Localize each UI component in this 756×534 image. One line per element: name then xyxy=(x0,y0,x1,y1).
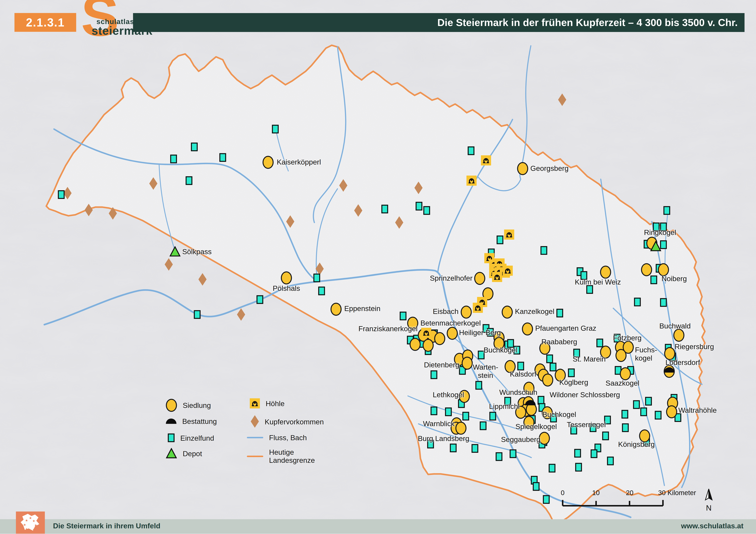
hoehle-marker xyxy=(421,328,431,338)
einzelfund-marker xyxy=(633,400,640,409)
site-label: Burg Landsberg xyxy=(418,435,469,443)
einzelfund-marker xyxy=(575,463,582,471)
einzelfund-marker xyxy=(510,449,516,458)
title-bar: Die Steiermark in der frühen Kupferzeit … xyxy=(133,13,744,32)
site-label: Spiegelkogel xyxy=(516,423,557,431)
siedlung-marker xyxy=(666,405,677,419)
scale-end-label: 30 Kilometer xyxy=(658,489,696,496)
einzelfund-marker xyxy=(655,411,662,420)
site-label: Eppenstein xyxy=(344,305,381,313)
siedlung-marker xyxy=(641,263,652,276)
footer-map-badge: ★ ★ ★ ★ ★ ★ ★ ★ xyxy=(16,512,45,534)
einzelfund-marker xyxy=(475,381,482,390)
landesgrenze-icon xyxy=(247,455,263,457)
site-label: Franziskanerkogel xyxy=(359,325,418,333)
site-label: Noiberg xyxy=(662,275,687,283)
einzelfund-marker xyxy=(489,412,496,420)
site-label: Warten-stein xyxy=(473,364,498,379)
einzelfund-marker xyxy=(596,339,603,347)
scale-tick-10: 10 xyxy=(592,489,600,496)
site-label: Heiliger Berg xyxy=(459,329,501,337)
site-label: Raababerg xyxy=(541,338,577,346)
legend-label: Siedlung xyxy=(183,401,211,410)
depot-icon xyxy=(166,448,177,459)
einzelfund-marker xyxy=(550,363,556,371)
siedlung-marker xyxy=(522,322,533,336)
map-code-badge: 2.1.3.1 xyxy=(14,13,76,32)
site-label: Pölshals xyxy=(273,285,300,292)
site-label: St. Marein xyxy=(573,355,606,363)
einzelfund-marker xyxy=(602,432,609,440)
site-label: Kulm bei Weiz xyxy=(575,278,621,286)
legend-label: Einzelfund xyxy=(180,434,214,442)
siedlung-marker xyxy=(434,332,445,345)
einzelfund-marker xyxy=(318,287,325,295)
einzelfund-marker xyxy=(194,310,201,319)
legend-label: Kupfervorkommen xyxy=(265,418,324,426)
map-canvas: KaiserköpperlGeorgsbergRingkogelNoibergK… xyxy=(0,0,756,534)
site-label: Buchkogel xyxy=(484,346,517,354)
siedlung-icon xyxy=(166,399,177,412)
siedlung-marker xyxy=(447,327,458,340)
hoehle-marker xyxy=(481,155,491,165)
einzelfund-marker xyxy=(191,142,198,151)
einzelfund-marker xyxy=(517,362,524,370)
legend-item-bestattung: Bestattung xyxy=(166,417,217,425)
legend-item-depot: Depot xyxy=(166,448,202,459)
kupfervorkommen-icon xyxy=(251,415,259,428)
site-label: Betenmacherkogel xyxy=(420,319,481,327)
siedlung-marker xyxy=(615,349,627,362)
site-label: Ringkogel xyxy=(644,229,676,237)
north-label: N xyxy=(702,504,716,513)
einzelfund-marker xyxy=(400,312,407,320)
map-title: Die Steiermark in der frühen Kupferzeit … xyxy=(437,17,738,28)
site-label: Tesserriegel xyxy=(567,421,606,429)
einzelfund-marker xyxy=(472,444,478,453)
einzelfund-marker xyxy=(541,246,547,255)
site-label: Lödersdorf xyxy=(665,359,700,367)
legend-item-einzelfund: Einzelfund xyxy=(168,434,214,442)
einzelfund-marker xyxy=(431,406,437,415)
einzelfund-marker xyxy=(450,444,457,452)
einzelfund-marker xyxy=(663,206,670,215)
einzelfund-marker xyxy=(634,298,641,306)
site-label: Riegersburg xyxy=(675,343,714,351)
site-label: Königsberg xyxy=(618,441,655,448)
site-label: Wildoner Schlossberg xyxy=(550,391,620,399)
einzelfund-marker xyxy=(574,449,581,458)
siedlung-marker xyxy=(474,272,485,285)
hoehle-marker xyxy=(467,175,477,186)
site-label: Lethkogel xyxy=(433,391,464,399)
einzelfund-marker xyxy=(58,190,65,199)
north-arrow-icon xyxy=(703,489,715,503)
einzelfund-marker xyxy=(445,407,452,416)
site-label: Seggauberg xyxy=(501,436,541,444)
einzelfund-marker xyxy=(381,205,388,214)
einzelfund-marker xyxy=(645,397,652,406)
siedlung-marker xyxy=(422,339,434,352)
siedlung-marker xyxy=(455,421,467,435)
legend-item-hoehle: Höhle xyxy=(250,398,284,409)
footer-url[interactable]: www.schulatlas.at xyxy=(681,521,743,530)
einzelfund-marker xyxy=(496,452,502,461)
site-label: Kanzelkogel xyxy=(515,308,554,316)
einzelfund-marker xyxy=(416,202,422,211)
siedlung-marker xyxy=(620,367,631,380)
schulatlas-logo[interactable]: S schulatlas steiermark xyxy=(77,0,134,58)
legend-item-landesgrenze: Heutige Landesgrenze xyxy=(247,448,322,464)
siedlung-marker xyxy=(542,373,553,387)
site-label: Georgsberg xyxy=(530,165,569,172)
depot-marker xyxy=(169,246,180,259)
north-arrow: N xyxy=(702,489,716,513)
einzelfund-marker xyxy=(543,495,550,504)
einzelfund-marker xyxy=(313,273,320,282)
site-label: Waltrahöhle xyxy=(678,406,717,414)
site-label: Sprinzelhofer xyxy=(430,274,472,282)
einzelfund-marker xyxy=(660,298,667,307)
site-label: Lippmichl xyxy=(489,403,520,411)
site-label: Köglberg xyxy=(559,378,588,386)
hoehle-marker xyxy=(503,266,513,276)
einzelfund-marker xyxy=(423,206,430,215)
einzelfund-marker xyxy=(463,412,469,420)
einzelfund-icon xyxy=(168,434,175,442)
